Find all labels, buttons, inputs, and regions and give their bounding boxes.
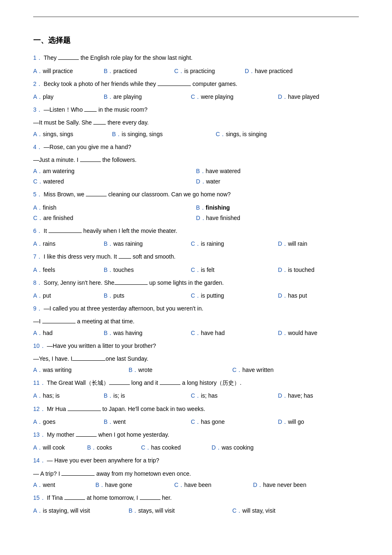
q12-options: A．goes B．went C．has gone D．will go [33, 417, 359, 427]
q11-number: 11． [33, 379, 46, 386]
question-9: 9． —I called you at three yesterday afte… [33, 303, 359, 314]
q10-number: 10． [33, 342, 46, 349]
q15-opt-a: A．is staying, will visit [33, 506, 124, 516]
q3-line2: —It must be Sally. She there every day. [33, 117, 359, 128]
q15-number: 15． [33, 494, 46, 501]
q7-opt-a: A．feels [33, 265, 100, 275]
q3-opt-a: A．sings, sings [33, 129, 108, 139]
q3-opt-c: C．sings, is singing [216, 129, 282, 139]
q1-opt-a: A．will practice [33, 66, 100, 76]
q13-opt-d: D．was cooking [212, 443, 278, 453]
q1-number: 1． [33, 54, 42, 61]
q9-line1: —I called you at three yesterday afterno… [44, 305, 203, 312]
question-10: 10． —Have you written a litter to your b… [33, 341, 359, 351]
q2-opt-b: B．are playing [104, 92, 187, 102]
q4-opt-a: A．am watering [33, 166, 196, 176]
q14-line1: — Have you ever been anywhere for a trip… [47, 457, 159, 464]
q5-options: A．finish B．finishing C．are finished D．ha… [33, 203, 359, 223]
q13-opt-a: A．will cook [33, 443, 83, 453]
q14-options: A．went B．have gone C．have been D．have ne… [33, 480, 359, 490]
q2-opt-a: A．play [33, 92, 100, 102]
q7-text: I like this dress very much. It soft and… [44, 253, 175, 260]
q15-options: A．is staying, will visit B．stays, will v… [33, 506, 359, 516]
q3-line1: —Listen！Who in the music room? [44, 106, 147, 113]
q11-options: A．has; is B．is; is C．is; has D．have; has [33, 391, 359, 401]
q13-opt-c: C．has cooked [141, 443, 207, 453]
q12-text: Mr Hua to Japan. He'll come back in two … [47, 406, 205, 412]
q8-options: A．put B．puts C．is putting D．has put [33, 291, 359, 301]
q14-opt-d: D．have never been [253, 480, 319, 490]
q12-opt-d: D．will go [278, 417, 344, 427]
q9-options: A．had B．was having C．have had D．would ha… [33, 328, 359, 338]
q1-opt-d: D．have practiced [245, 66, 311, 76]
q12-opt-c: C．has gone [191, 417, 274, 427]
q7-options: A．feels B．touches C．is felt D．is touched [33, 265, 359, 275]
q6-opt-d: D．will rain [278, 239, 344, 249]
question-6: 6． It heavily when I left the movie thea… [33, 226, 359, 236]
question-4: 4． —Rose, can you give me a hand? [33, 142, 359, 152]
q12-opt-b: B．went [104, 417, 187, 427]
q14-opt-a: A．went [33, 480, 91, 490]
q10-opt-a: A．was writing [33, 365, 124, 375]
q1-opt-b: B．practiced [104, 66, 170, 76]
q6-opt-a: A．rains [33, 239, 100, 249]
question-5: 5． Miss Brown, we cleaning our classroom… [33, 189, 359, 200]
q5-number: 5． [33, 191, 42, 198]
q12-opt-a: A．goes [33, 417, 100, 427]
q14-number: 14． [33, 457, 46, 464]
q8-number: 8． [33, 279, 42, 286]
q9-line2: —I a meeting at that time. [33, 316, 359, 327]
q4-opt-b: B．have watered [196, 166, 359, 176]
q11-opt-a: A．has; is [33, 391, 100, 401]
q13-options: A．will cook B．cooks C．has cooked D．was c… [33, 443, 359, 453]
q7-number: 7． [33, 253, 42, 260]
q8-opt-c: C．is putting [191, 291, 274, 301]
q4-options: A．am watering B．have watered C．watered D… [33, 166, 359, 187]
question-3: 3． —Listen！Who in the music room? [33, 105, 359, 115]
q7-opt-d: D．is touched [278, 265, 344, 275]
q4-line2: —Just a minute. I the followers. [33, 155, 359, 165]
q15-text: If Tina at home tomorrow, I her. [47, 494, 172, 501]
question-2: 2． Becky took a photo of her friends whi… [33, 79, 359, 89]
q1-opt-c: C．is practicing [174, 66, 241, 76]
q5-opt-d: D．have finished [196, 213, 359, 223]
q10-line1: —Have you written a litter to your broth… [47, 342, 156, 349]
q6-opt-b: B．was raining [104, 239, 187, 249]
section-title: 一、选择题 [33, 34, 359, 47]
q6-number: 6． [33, 227, 42, 234]
q3-options: A．sings, sings B．is singing, sings C．sin… [33, 129, 359, 139]
q5-opt-c: C．are finished [33, 213, 196, 223]
q7-opt-b: B．touches [104, 265, 187, 275]
q5-opt-a: A．finish [33, 203, 196, 213]
q6-opt-c: C．is raining [191, 239, 274, 249]
q2-text: Becky took a photo of her friends while … [44, 81, 237, 87]
q8-opt-d: D．has put [278, 291, 344, 301]
top-divider [33, 17, 359, 17]
q6-text: It heavily when I left the movie theater… [44, 227, 177, 234]
q9-opt-c: C．have had [191, 328, 274, 338]
q10-line2: —Yes, I have. Ione last Sunday. [33, 354, 359, 364]
q8-opt-b: B．puts [104, 291, 187, 301]
question-8: 8． Sorry, Jenny isn't here. She up some … [33, 278, 359, 288]
q5-text: Miss Brown, we cleaning our classroom. C… [44, 191, 231, 198]
q15-opt-c: C．will stay, visit [232, 506, 299, 516]
q1-text: They the English role play for the show … [44, 54, 192, 61]
q2-opt-c: C．were playing [191, 92, 274, 102]
q3-opt-b: B．is singing, sings [112, 129, 212, 139]
q11-text: The Great Wall（长城） long and it a long hi… [47, 379, 241, 386]
question-11: 11． The Great Wall（长城） long and it a lon… [33, 378, 359, 388]
q10-opt-c: C．have written [232, 365, 299, 375]
q14-line2: — A trip? I away from my hometown even o… [33, 469, 359, 479]
q11-opt-d: D．have; has [278, 391, 344, 401]
q9-number: 9． [33, 305, 42, 312]
q14-opt-b: B．have gone [95, 480, 170, 490]
q4-opt-d: D．water [196, 176, 359, 187]
q11-opt-c: C．is; has [191, 391, 274, 401]
question-15: 15． If Tina at home tomorrow, I her. [33, 493, 359, 503]
q10-opt-b: B．wrote [129, 365, 228, 375]
question-1: 1． They the English role play for the sh… [33, 53, 359, 63]
question-14: 14． — Have you ever been anywhere for a … [33, 455, 359, 466]
q13-number: 13． [33, 431, 46, 438]
q8-text: Sorry, Jenny isn't here. She up some lig… [44, 279, 224, 286]
q15-opt-b: B．stays, will visit [129, 506, 228, 516]
